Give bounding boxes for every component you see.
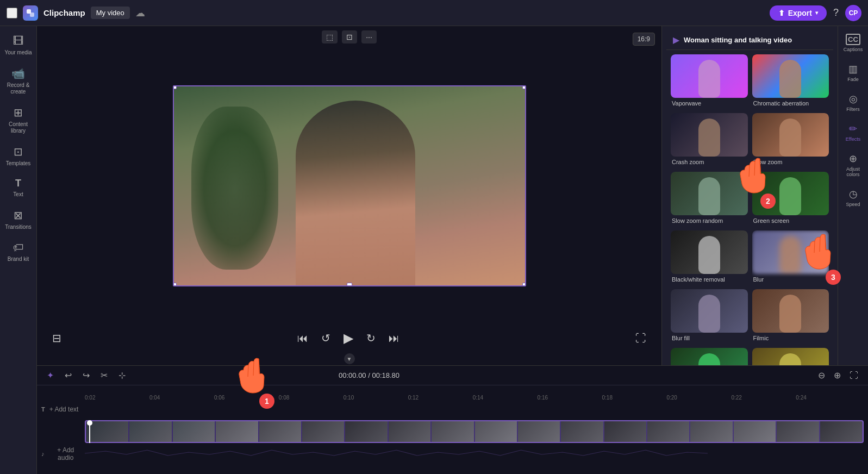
right-panel-filters[interactable]: ◎ Filters bbox=[840, 90, 867, 115]
effect-item-crash-zoom[interactable]: Crash zoom bbox=[671, 113, 748, 167]
cut-button[interactable]: ✂ bbox=[97, 369, 111, 382]
video-track-row bbox=[37, 418, 868, 445]
effects-panel: ▶ Woman sitting and talking video Vaporw… bbox=[661, 26, 868, 365]
effect-item-bw-removal[interactable]: Black/white removal bbox=[671, 230, 748, 285]
right-icon-panel: CC Captions ▥ Fade ◎ Filters ✏ Effects bbox=[838, 26, 868, 365]
filters-label: Filters bbox=[846, 107, 860, 112]
project-title[interactable]: My video bbox=[91, 7, 130, 19]
undo-button[interactable]: ↩ bbox=[61, 369, 75, 382]
crop-button[interactable]: ⬚ bbox=[322, 30, 338, 43]
ruler-mark-11: 0:24 bbox=[796, 395, 860, 401]
effect-label-slow-zoom-random: Slow zoom random bbox=[671, 215, 748, 226]
topbar-right: ⬆ Export ▾ ? CP bbox=[770, 5, 861, 21]
effect-thumb-slow-zoom-random bbox=[671, 172, 748, 215]
fade-icon: ▥ bbox=[848, 63, 858, 75]
text-track-label: T + Add text bbox=[41, 404, 85, 414]
timeline-fullscreen-button[interactable]: ⛶ bbox=[846, 369, 861, 382]
sidebar-item-transitions[interactable]: ⊠ Transitions bbox=[2, 204, 35, 235]
effect-item-slow-zoom[interactable]: Slow zoom bbox=[752, 113, 829, 167]
timeline-ruler: 0:02 0:04 0:06 0:08 0:10 0:12 0:14 0:16 … bbox=[37, 388, 868, 401]
right-panel-fade[interactable]: ▥ Fade bbox=[840, 60, 867, 85]
skip-forward-button[interactable]: ⏭ bbox=[386, 330, 402, 347]
effect-item-chromatic[interactable]: Chromatic aberration bbox=[752, 54, 829, 109]
right-panel-adjust-colors[interactable]: ⊕ Adjust colors bbox=[840, 149, 867, 180]
sidebar-item-label-content-library: Content library bbox=[4, 121, 33, 134]
user-avatar[interactable]: CP bbox=[845, 5, 861, 21]
effects-label: Effects bbox=[846, 136, 860, 142]
effect-item-blur[interactable]: Blur bbox=[752, 230, 829, 285]
timeline-collapse-button[interactable]: ▼ bbox=[344, 353, 355, 364]
zoom-out-button[interactable]: ⊖ bbox=[815, 369, 828, 382]
selection-handle-top-right[interactable] bbox=[522, 85, 526, 89]
skip-back-button[interactable]: ⏮ bbox=[295, 330, 310, 347]
playhead-dot bbox=[87, 420, 92, 426]
effect-item-blur-fill[interactable]: Blur fill bbox=[671, 289, 748, 344]
export-button[interactable]: ⬆ Export ▾ bbox=[770, 5, 827, 21]
fit-button[interactable]: ⊡ bbox=[342, 30, 357, 43]
video-icon: ▶ bbox=[673, 35, 679, 45]
add-text-button[interactable]: + Add text bbox=[47, 404, 81, 414]
video-preview: ↻ bbox=[173, 85, 526, 286]
sidebar-item-label-templates: Templates bbox=[6, 160, 31, 167]
forward-button[interactable]: ↻ bbox=[364, 329, 378, 347]
effect-thumb-crash-zoom bbox=[671, 113, 748, 157]
app-logo bbox=[23, 5, 38, 21]
effect-item-disco[interactable]: Disco bbox=[752, 348, 829, 365]
sidebar-item-content-library[interactable]: ⊞ Content library bbox=[2, 102, 35, 139]
selection-handle-bottom-right[interactable] bbox=[522, 283, 526, 286]
selection-handle-bottom-mid[interactable] bbox=[347, 283, 352, 286]
right-panel-effects[interactable]: ✏ Effects bbox=[840, 120, 867, 145]
right-panel-speed[interactable]: ◷ Speed bbox=[840, 185, 867, 210]
effect-item-vaporwave[interactable]: Vaporwave bbox=[671, 54, 748, 109]
effect-item-green-screen[interactable]: Green screen bbox=[752, 172, 829, 226]
export-icon: ⬆ bbox=[778, 9, 785, 17]
effects-grid: Vaporwave Chromatic aberration bbox=[666, 50, 833, 365]
redo-button[interactable]: ↪ bbox=[79, 369, 93, 382]
effect-thumb-slow-zoom bbox=[752, 113, 829, 157]
effect-label-crash-zoom: Crash zoom bbox=[671, 157, 748, 167]
ruler-mark-0: 0:02 bbox=[85, 395, 149, 401]
effect-thumb-vaporwave bbox=[671, 54, 748, 98]
more-options-button[interactable]: ··· bbox=[361, 30, 377, 43]
selection-handle-bottom-left[interactable] bbox=[173, 283, 177, 286]
play-button[interactable]: ▶ bbox=[341, 328, 355, 348]
selection-handle-top-left[interactable] bbox=[173, 85, 177, 89]
effect-label-vaporwave: Vaporwave bbox=[671, 98, 748, 109]
video-frame bbox=[174, 86, 525, 285]
sidebar-item-text[interactable]: T Text bbox=[2, 173, 35, 202]
ruler-mark-4: 0:10 bbox=[344, 395, 408, 401]
timecode-display: 00:00.00 / 00:18.80 bbox=[339, 371, 399, 379]
timeline-playhead[interactable] bbox=[89, 420, 90, 443]
ruler-mark-8: 0:18 bbox=[602, 395, 667, 401]
subtitle-button[interactable]: ⊟ bbox=[50, 329, 64, 347]
timeline: ✦ ↩ ↪ ✂ ⊹ 00:00.00 / 00:18.80 ⊖ ⊕ ⛶ 0: bbox=[37, 365, 868, 474]
audio-track-row: ♪ + Add audio bbox=[37, 445, 868, 463]
sidebar-item-your-media[interactable]: 🎞 Your media bbox=[2, 30, 35, 60]
sidebar-item-record-create[interactable]: 📹 Record & create bbox=[2, 63, 35, 99]
effect-item-glitch[interactable]: Glitch bbox=[671, 348, 748, 365]
magic-button[interactable]: ✦ bbox=[43, 369, 57, 382]
effect-label-filmic: Filmic bbox=[752, 333, 829, 344]
aspect-ratio-button[interactable]: 16:9 bbox=[633, 33, 655, 46]
menu-button[interactable] bbox=[7, 8, 17, 18]
playback-controls: ⊟ ⏮ ↺ ▶ ↻ ⏭ ⛶ bbox=[37, 324, 661, 352]
effect-item-filmic[interactable]: Filmic bbox=[752, 289, 829, 344]
effect-label-green-screen: Green screen bbox=[752, 215, 829, 226]
right-panel-captions[interactable]: CC Captions bbox=[840, 30, 867, 55]
zoom-in-button[interactable]: ⊕ bbox=[830, 369, 844, 382]
ruler-marks: 0:02 0:04 0:06 0:08 0:10 0:12 0:14 0:16 … bbox=[85, 395, 864, 401]
fullscreen-button[interactable]: ⛶ bbox=[633, 330, 648, 347]
help-button[interactable]: ? bbox=[833, 7, 839, 18]
video-track[interactable] bbox=[85, 420, 864, 443]
record-create-icon: 📹 bbox=[11, 67, 25, 80]
effect-label-chromatic: Chromatic aberration bbox=[752, 98, 829, 109]
effects-icon: ✏ bbox=[849, 123, 857, 135]
audio-track-label: ♪ + Add audio bbox=[41, 445, 85, 463]
split-button[interactable]: ⊹ bbox=[115, 369, 129, 382]
sidebar-item-brand-kit[interactable]: 🏷 Brand kit bbox=[2, 237, 35, 267]
rewind-button[interactable]: ↺ bbox=[319, 329, 333, 347]
effect-item-slow-zoom-random[interactable]: Slow zoom random bbox=[671, 172, 748, 226]
add-audio-button[interactable]: + Add audio bbox=[47, 445, 85, 463]
captions-label: Captions bbox=[844, 47, 863, 52]
sidebar-item-templates[interactable]: ⊡ Templates bbox=[2, 141, 35, 171]
